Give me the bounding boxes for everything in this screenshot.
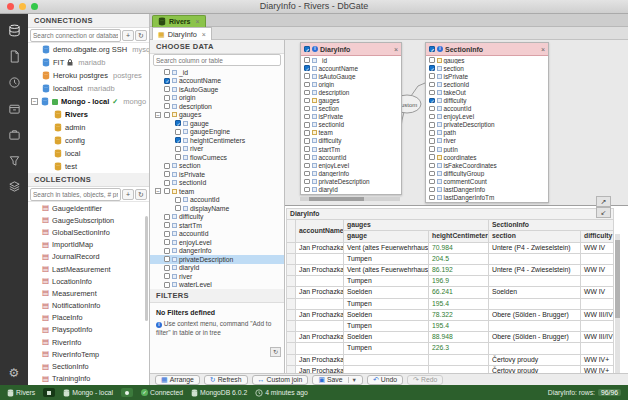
settings-gear-icon[interactable]: ⚙ xyxy=(0,366,28,380)
table-checkbox[interactable] xyxy=(429,46,435,52)
field-checkbox[interactable] xyxy=(429,130,435,136)
card-field-row[interactable]: takeOut xyxy=(426,88,548,96)
cell-difficulty[interactable]: WW IV+ xyxy=(581,354,614,365)
field-checkbox[interactable] xyxy=(164,248,170,254)
field-checkbox[interactable] xyxy=(429,90,435,96)
field-checkbox[interactable] xyxy=(304,179,310,185)
field-checkbox[interactable] xyxy=(164,180,170,186)
card-field-row[interactable]: enjoyLevel xyxy=(426,113,548,121)
card-field-row[interactable]: lastDangerInfoTm xyxy=(426,194,548,202)
cell-heightcentimeters[interactable]: 226.3 xyxy=(429,343,489,354)
cell-accountname[interactable]: Jan Prochazka xyxy=(296,332,344,343)
cell-heightcentimeters[interactable] xyxy=(429,365,489,373)
field-checkbox[interactable] xyxy=(164,214,170,220)
tab-rivers[interactable]: Rivers × xyxy=(152,15,206,27)
add-connection-button[interactable]: + xyxy=(122,30,134,41)
close-tab-icon[interactable]: × xyxy=(195,18,199,25)
cell-gauge[interactable]: Soelden xyxy=(344,287,429,298)
row-handle[interactable] xyxy=(287,287,296,298)
expand-up-button[interactable]: ↗ xyxy=(596,196,611,207)
card-field-row[interactable]: startTm xyxy=(301,145,401,153)
briefcase-nav-icon[interactable] xyxy=(7,127,21,141)
tree-field-row[interactable]: gaugeEngine xyxy=(150,128,284,137)
cell-section[interactable] xyxy=(489,321,581,332)
card-field-row[interactable]: _id xyxy=(301,56,401,64)
collection-item[interactable]: ▤GaugeIdentifier xyxy=(28,202,149,214)
tree-field-row[interactable]: −team xyxy=(150,187,284,196)
field-checkbox[interactable] xyxy=(175,137,181,143)
card-field-row[interactable]: accountId xyxy=(301,153,401,161)
tree-field-row[interactable]: accountId xyxy=(150,196,284,205)
cell-gauge[interactable]: Soelden xyxy=(344,332,429,343)
layers-nav-icon[interactable] xyxy=(7,179,21,193)
field-checkbox[interactable] xyxy=(429,122,435,128)
collection-item[interactable]: ▤SectionInfo xyxy=(28,360,149,372)
field-checkbox[interactable] xyxy=(175,129,181,135)
field-checkbox[interactable] xyxy=(429,114,435,120)
field-checkbox[interactable] xyxy=(304,90,310,96)
database-nav-icon[interactable] xyxy=(7,23,21,37)
undo-button[interactable]: ↶Undo xyxy=(367,375,403,385)
column-header-difficulty[interactable]: difficulty xyxy=(581,231,614,242)
collection-item[interactable]: ▤NotificationInfo xyxy=(28,300,149,312)
cell-section[interactable] xyxy=(489,253,581,264)
collapse-icon[interactable]: − xyxy=(155,188,161,194)
cell-section[interactable] xyxy=(489,298,581,309)
cell-gauge[interactable]: Tumpen xyxy=(344,276,429,287)
cell-difficulty[interactable]: WW III/IV xyxy=(581,309,614,320)
tree-field-row[interactable]: flowCumecs xyxy=(150,153,284,162)
field-checkbox[interactable] xyxy=(429,154,435,160)
card-field-row[interactable]: coordinates xyxy=(426,153,548,161)
field-checkbox[interactable] xyxy=(429,106,435,112)
tree-field-row[interactable]: river xyxy=(150,272,284,281)
field-checkbox[interactable] xyxy=(304,122,310,128)
card-field-row[interactable]: lastDangerInfo xyxy=(426,186,548,194)
tree-field-row[interactable]: displayName xyxy=(150,204,284,213)
column-header-section[interactable]: section xyxy=(489,231,581,242)
close-tab-icon[interactable]: × xyxy=(202,31,206,38)
cell-difficulty[interactable]: WW III/IV xyxy=(581,332,614,343)
cell-section[interactable]: Obere (Sölden - Brugger) xyxy=(489,332,581,343)
tree-field-row[interactable]: description xyxy=(150,102,284,111)
card-field-row[interactable]: accountId xyxy=(426,105,548,113)
tree-field-row[interactable]: heightCentimeters xyxy=(150,136,284,145)
row-handle[interactable] xyxy=(287,265,296,276)
collection-item[interactable]: ▤GaugeSubscription xyxy=(28,214,149,226)
field-checkbox[interactable] xyxy=(429,187,435,193)
tree-field-row[interactable]: river xyxy=(150,145,284,154)
field-checkbox[interactable] xyxy=(164,171,170,177)
tree-field-row[interactable]: accountId xyxy=(150,230,284,239)
tree-field-row[interactable]: sectionId xyxy=(150,179,284,188)
card-field-row[interactable]: isFakeCoordinates xyxy=(426,161,548,169)
card-field-row[interactable]: accountName xyxy=(301,64,401,72)
add-collection-button[interactable]: + xyxy=(122,189,134,200)
card-field-row[interactable]: team xyxy=(301,129,401,137)
filter-nav-icon[interactable] xyxy=(7,153,21,167)
cell-heightcentimeters[interactable]: 70.984 xyxy=(429,242,489,253)
field-checkbox[interactable] xyxy=(429,98,435,104)
statusbar-settings-badge[interactable] xyxy=(43,388,55,397)
cell-accountname[interactable] xyxy=(296,276,344,287)
tab-diaryinfo[interactable]: ▦ DiaryInfo × xyxy=(152,27,212,40)
field-checkbox[interactable] xyxy=(304,106,310,112)
card-field-row[interactable]: path xyxy=(426,129,548,137)
connections-search-input[interactable] xyxy=(30,29,121,42)
collection-item[interactable]: ▤LastMeasurement xyxy=(28,263,149,275)
column-header-accountname[interactable]: accountName xyxy=(296,220,344,242)
cell-difficulty[interactable] xyxy=(581,276,614,287)
field-checkbox[interactable] xyxy=(164,222,170,228)
cell-accountname[interactable]: Jan Prochazka xyxy=(296,287,344,298)
column-group-sectioninfo[interactable]: SectionInfo xyxy=(489,220,614,231)
row-handle[interactable] xyxy=(287,343,296,354)
tree-field-row[interactable]: _id xyxy=(150,68,284,77)
field-checkbox[interactable] xyxy=(164,265,170,271)
collections-search-input[interactable] xyxy=(30,188,121,201)
grid-vertical-scrollbar[interactable] xyxy=(615,234,620,373)
cell-gauge[interactable]: Tumpen xyxy=(344,253,429,264)
cell-section[interactable]: Čertovy proudy xyxy=(489,354,581,365)
cell-heightcentimeters[interactable] xyxy=(429,354,489,365)
field-checkbox[interactable] xyxy=(429,195,435,201)
history-nav-icon[interactable] xyxy=(7,75,21,89)
save-button[interactable]: ▣Save▼ xyxy=(312,375,363,385)
card-field-row[interactable]: gauges xyxy=(301,96,401,104)
